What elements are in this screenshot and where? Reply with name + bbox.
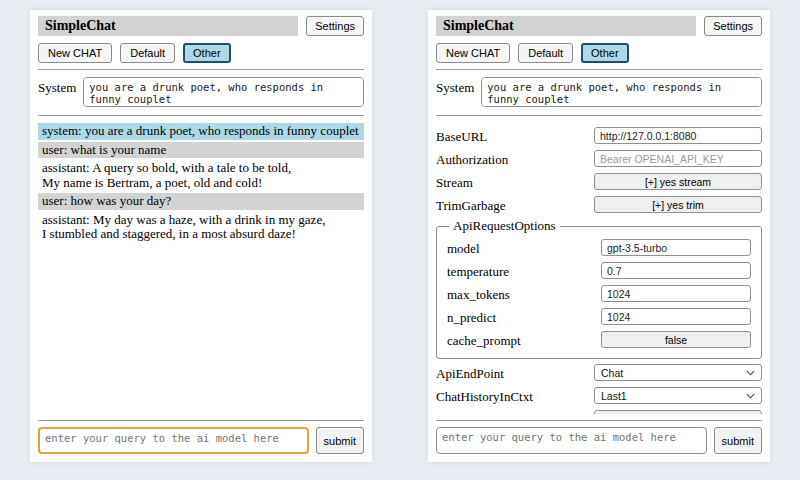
- chat-message-user: user: how was your day?: [38, 193, 364, 210]
- chat-history-selected-value: Last1: [601, 390, 627, 402]
- setting-row-cache-prompt: cache_prompt false: [447, 330, 751, 349]
- stream-toggle-button[interactable]: [+] yes stream: [594, 173, 762, 190]
- query-row: submit: [38, 427, 364, 454]
- chat-message-user: user: what is your name: [38, 142, 364, 159]
- setting-label-cache-prompt: cache_prompt: [447, 330, 521, 349]
- api-request-options-legend: ApiRequestOptions: [449, 218, 560, 234]
- chat-panel: SimpleChat Settings New CHAT Default Oth…: [30, 10, 372, 462]
- max-tokens-input[interactable]: [601, 285, 751, 302]
- query-row: submit: [436, 427, 762, 454]
- setting-row-baseurl: BaseURL: [436, 126, 762, 145]
- setting-label-n-predict: n_predict: [447, 307, 496, 326]
- settings-panel: SimpleChat Settings New CHAT Default Oth…: [428, 10, 770, 462]
- setting-label-stream: Stream: [436, 172, 473, 191]
- system-prompt-label: System: [436, 77, 474, 96]
- chevron-down-icon: [746, 393, 755, 399]
- app-title: SimpleChat: [436, 16, 696, 36]
- submit-button[interactable]: submit: [714, 427, 762, 454]
- system-prompt-input[interactable]: you are a drunk poet, who responds in fu…: [83, 77, 364, 107]
- setting-row-api-endpoint: ApiEndPoint Chat: [436, 363, 762, 382]
- query-input[interactable]: [436, 427, 707, 454]
- setting-row-n-predict: n_predict: [447, 307, 751, 326]
- divider: [436, 115, 762, 116]
- model-input[interactable]: [601, 239, 751, 256]
- chat-message-system: system: you are a drunk poet, who respon…: [38, 123, 364, 140]
- setting-label-api-endpoint: ApiEndPoint: [436, 363, 504, 382]
- setting-row-trimgarbage: TrimGarbage [+] yes trim: [436, 195, 762, 214]
- divider: [436, 69, 762, 70]
- session-tab-default[interactable]: Default: [518, 43, 573, 63]
- setting-label-model: model: [447, 238, 480, 257]
- submit-button[interactable]: submit: [316, 427, 364, 454]
- app-title: SimpleChat: [38, 16, 298, 36]
- setting-label-max-tokens: max_tokens: [447, 284, 510, 303]
- session-tab-default[interactable]: Default: [120, 43, 175, 63]
- divider: [436, 420, 762, 421]
- setting-row-stream: Stream [+] yes stream: [436, 172, 762, 191]
- setting-row-model: model: [447, 238, 751, 257]
- n-predict-input[interactable]: [601, 308, 751, 325]
- setting-label-authorization: Authorization: [436, 149, 508, 168]
- setting-row-chat-history-in-ctxt: ChatHistoryInCtxt Last1: [436, 386, 762, 405]
- setting-row-temperature: temperature: [447, 261, 751, 280]
- query-input[interactable]: [38, 427, 309, 454]
- setting-row-max-tokens: max_tokens: [447, 284, 751, 303]
- setting-label-completion-fresh-chat-always: CompletionFreshChatAlways: [436, 409, 591, 414]
- setting-label-temperature: temperature: [447, 261, 509, 280]
- divider: [38, 115, 364, 116]
- header-row: SimpleChat Settings: [436, 16, 762, 36]
- settings-body: BaseURL Authorization Stream [+] yes str…: [436, 122, 762, 414]
- system-prompt-label: System: [38, 77, 76, 96]
- divider: [38, 69, 364, 70]
- setting-row-completion-fresh-chat-always: CompletionFreshChatAlways [+] yes fresh: [436, 409, 762, 414]
- cache-prompt-toggle-button[interactable]: false: [601, 331, 751, 348]
- setting-label-baseurl: BaseURL: [436, 126, 487, 145]
- system-prompt-row: System you are a drunk poet, who respond…: [436, 77, 762, 107]
- new-chat-button[interactable]: New CHAT: [38, 43, 112, 63]
- completion-fresh-chat-always-toggle-button[interactable]: [+] yes fresh: [594, 410, 762, 414]
- chat-message-assistant: assistant: A query so bold, with a tale …: [38, 160, 364, 191]
- system-prompt-input[interactable]: you are a drunk poet, who responds in fu…: [481, 77, 762, 107]
- session-row: New CHAT Default Other: [436, 43, 762, 63]
- authorization-input[interactable]: [594, 150, 762, 167]
- settings-button[interactable]: Settings: [306, 16, 364, 36]
- session-row: New CHAT Default Other: [38, 43, 364, 63]
- settings-button[interactable]: Settings: [704, 16, 762, 36]
- chat-message-assistant: assistant: My day was a haze, with a dri…: [38, 212, 364, 243]
- api-endpoint-selected-value: Chat: [601, 367, 623, 379]
- session-tab-other[interactable]: Other: [581, 43, 629, 63]
- header-row: SimpleChat Settings: [38, 16, 364, 36]
- api-request-options-group: ApiRequestOptions model temperature max_…: [436, 218, 762, 359]
- temperature-input[interactable]: [601, 262, 751, 279]
- divider: [38, 420, 364, 421]
- chat-history-in-ctxt-select[interactable]: Last1: [594, 387, 762, 404]
- system-prompt-row: System you are a drunk poet, who respond…: [38, 77, 364, 107]
- api-endpoint-select[interactable]: Chat: [594, 364, 762, 381]
- session-tab-other[interactable]: Other: [183, 43, 231, 63]
- baseurl-input[interactable]: [594, 127, 762, 144]
- chat-log: system: you are a drunk poet, who respon…: [38, 123, 364, 414]
- setting-label-trimgarbage: TrimGarbage: [436, 195, 506, 214]
- setting-label-chat-history-in-ctxt: ChatHistoryInCtxt: [436, 386, 533, 405]
- setting-row-authorization: Authorization: [436, 149, 762, 168]
- chevron-down-icon: [746, 370, 755, 376]
- trimgarbage-toggle-button[interactable]: [+] yes trim: [594, 196, 762, 213]
- new-chat-button[interactable]: New CHAT: [436, 43, 510, 63]
